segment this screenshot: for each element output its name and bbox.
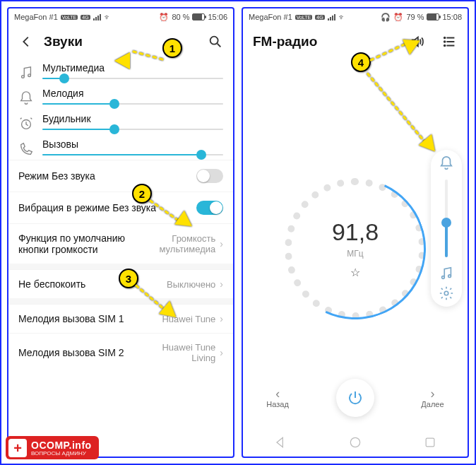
- chevron-left-icon: ‹: [266, 387, 289, 400]
- slider-calls: Вызовы: [8, 134, 233, 160]
- slider-alarm: Будильник: [8, 109, 233, 134]
- clock: 15:06: [208, 13, 227, 21]
- next-button[interactable]: › Далее: [421, 387, 444, 408]
- annotation-badge-1: 1: [162, 38, 182, 58]
- row-vibrate-silent[interactable]: Вибрация в режиме Без звука: [8, 192, 233, 223]
- row-volume-key-default[interactable]: Функция по умолчанию кнопки громкости Гр…: [8, 223, 233, 264]
- annotation-badge-4: 4: [351, 52, 371, 72]
- phone-icon: [18, 141, 34, 157]
- row-ringtone-sim2[interactable]: Мелодия вызова SIM 2 Huawei Tune Living …: [8, 333, 233, 372]
- row-label: Вибрация в режиме Без звука: [18, 202, 196, 213]
- status-bar: MegaFon #1 VoLTE 4G ᯤ 🎧 ⏰ 79 % 15:08: [243, 8, 468, 25]
- battery-icon: [427, 13, 439, 20]
- plus-icon: +: [8, 439, 27, 457]
- phone-fm-radio: MegaFon #1 VoLTE 4G ᯤ 🎧 ⏰ 79 % 15:08 FM-…: [242, 7, 469, 458]
- volume-slider[interactable]: [445, 179, 448, 257]
- row-label: Функция по умолчанию кнопки громкости: [18, 232, 138, 255]
- section-divider: [8, 264, 233, 269]
- chevron-right-icon: ›: [220, 238, 223, 249]
- signal-icon: [93, 13, 101, 20]
- prev-button[interactable]: ‹ Назад: [266, 387, 289, 408]
- music-note-icon: [18, 65, 34, 81]
- slider-track[interactable]: [42, 129, 223, 130]
- fm-body: 91,8 МГц ☆: [243, 58, 468, 457]
- row-silent-mode[interactable]: Режим Без звука: [8, 160, 233, 192]
- watermark: + OCOMP.info ВОПРОСЫ АДМИНУ: [6, 436, 99, 459]
- row-ringtone-sim1[interactable]: Мелодия вызова SIM 1 Huawei Tune ›: [8, 304, 233, 333]
- headphones-icon: 🎧: [381, 13, 391, 22]
- chevron-right-icon: ›: [220, 313, 223, 324]
- lte-badge: 4G: [315, 15, 324, 20]
- wifi-icon: ᯤ: [104, 13, 112, 21]
- status-bar: MegaFon #1 VoLTE 4G ᯤ ⏰ 80 % 15:06: [8, 8, 233, 25]
- music-note-icon[interactable]: [439, 266, 454, 281]
- android-nav-bar: [243, 428, 468, 457]
- row-label: Мелодия вызова SIM 1: [18, 313, 162, 324]
- slider-label: Мелодия: [42, 88, 223, 99]
- svg-point-6: [444, 45, 446, 47]
- fm-controls: ‹ Назад › Далее: [243, 379, 468, 417]
- row-value: Громкость мультимедиа: [138, 233, 215, 254]
- svg-point-4: [444, 37, 446, 39]
- tuning-dial[interactable]: 91,8 МГц ☆: [285, 178, 426, 319]
- battery-pct: 80 %: [172, 13, 189, 21]
- nav-home-icon[interactable]: [348, 435, 362, 449]
- slider-track[interactable]: [42, 78, 223, 79]
- alarm-icon: ⏰: [393, 13, 403, 22]
- chevron-right-icon: ›: [220, 347, 223, 358]
- volte-badge: VoLTE: [61, 15, 78, 20]
- chevron-right-icon: ›: [421, 387, 444, 400]
- signal-icon: [328, 13, 335, 20]
- row-label: Режим Без звука: [18, 170, 196, 182]
- battery-icon: [192, 13, 205, 20]
- svg-point-1: [22, 76, 25, 78]
- volume-panel: [431, 150, 462, 307]
- nav-back-icon[interactable]: [273, 435, 287, 449]
- power-button[interactable]: [336, 379, 374, 417]
- page-title: FM-радио: [253, 34, 317, 49]
- frequency-unit: МГц: [347, 249, 363, 259]
- bell-icon[interactable]: [439, 155, 454, 171]
- svg-point-7: [442, 276, 445, 279]
- slider-track[interactable]: [42, 154, 223, 155]
- svg-point-0: [210, 37, 218, 45]
- next-label: Далее: [421, 400, 444, 408]
- slider-ringtone: Мелодия: [8, 83, 233, 109]
- row-label: Мелодия вызова SIM 2: [18, 347, 138, 358]
- section-divider: [8, 298, 233, 304]
- chevron-right-icon: ›: [220, 278, 223, 290]
- svg-point-8: [448, 275, 451, 278]
- menu-icon[interactable]: [442, 34, 458, 49]
- slider-label: Вызовы: [42, 139, 223, 150]
- slider-track[interactable]: [42, 103, 223, 105]
- alarm-clock-icon: [18, 116, 34, 131]
- gear-icon[interactable]: [439, 286, 454, 301]
- carrier-label: MegaFon #1: [14, 13, 58, 21]
- page-title: Звуки: [44, 34, 83, 49]
- prev-label: Назад: [266, 400, 289, 408]
- svg-rect-11: [426, 438, 434, 447]
- row-value: Выключено: [167, 279, 215, 290]
- annotation-arrowhead: [114, 52, 130, 69]
- watermark-title: OCOMP.info: [31, 440, 92, 451]
- row-label: Не беспокоить: [18, 278, 167, 290]
- volte-badge: VoLTE: [295, 15, 313, 20]
- slider-label: Мультимедиа: [42, 62, 223, 73]
- wifi-icon: ᯤ: [338, 13, 346, 21]
- carrier-label: MegaFon #1: [249, 13, 292, 21]
- battery-pct: 79 %: [406, 13, 424, 21]
- toggle-vibrate[interactable]: [196, 201, 223, 215]
- lte-badge: 4G: [81, 15, 90, 20]
- favorite-star-icon[interactable]: ☆: [350, 266, 360, 279]
- row-value: Huawei Tune Living: [138, 342, 215, 363]
- nav-recent-icon[interactable]: [423, 435, 437, 449]
- svg-point-2: [28, 74, 31, 77]
- slider-label: Будильник: [42, 113, 223, 124]
- svg-point-5: [444, 41, 446, 42]
- search-icon[interactable]: [208, 34, 223, 49]
- frequency-value: 91,8: [332, 218, 379, 246]
- svg-point-10: [350, 437, 359, 447]
- toggle-silent[interactable]: [196, 169, 223, 183]
- bell-icon: [18, 90, 34, 106]
- back-icon[interactable]: [18, 34, 34, 49]
